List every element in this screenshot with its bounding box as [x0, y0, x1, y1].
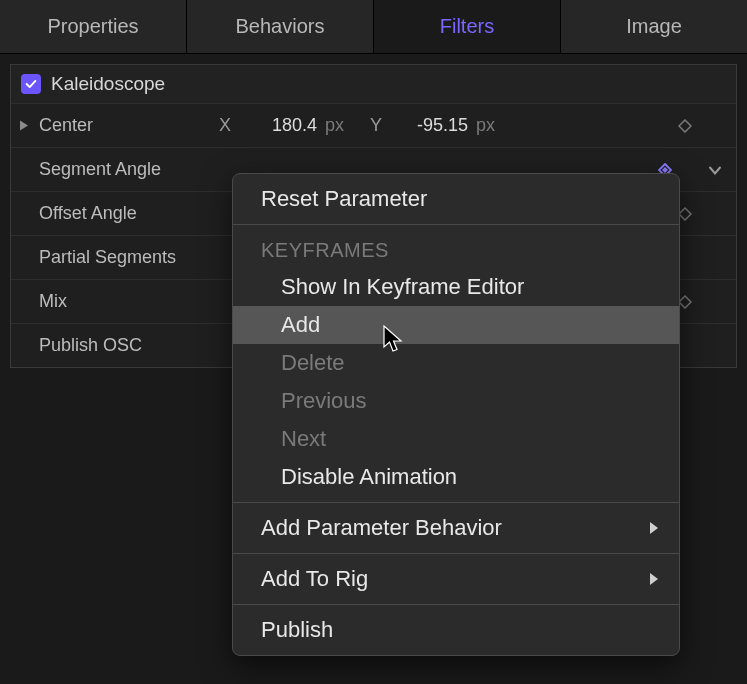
menu-disable-animation[interactable]: Disable Animation — [233, 458, 679, 496]
menu-separator — [233, 553, 679, 554]
menu-show-keyframe-editor[interactable]: Show In Keyframe Editor — [233, 268, 679, 306]
filter-enabled-checkbox[interactable] — [21, 74, 41, 94]
param-label: Offset Angle — [39, 203, 219, 224]
keyframe-icon[interactable] — [678, 119, 692, 133]
y-value[interactable]: -95.15 — [398, 115, 468, 136]
filter-title: Kaleidoscope — [51, 73, 165, 95]
menu-publish[interactable]: Publish — [233, 611, 679, 649]
param-label: Segment Angle — [39, 159, 219, 180]
param-label: Partial Segments — [39, 247, 219, 268]
param-label: Publish OSC — [39, 335, 219, 356]
animation-context-menu: Reset Parameter KEYFRAMES Show In Keyfra… — [232, 173, 680, 656]
checkmark-icon — [24, 77, 38, 91]
menu-next: Next — [233, 420, 679, 458]
submenu-arrow-icon — [649, 566, 659, 592]
keyframe-icon[interactable] — [678, 207, 692, 221]
tab-behaviors[interactable]: Behaviors — [187, 0, 374, 53]
param-row-center[interactable]: Center X 180.4 px Y -95.15 px — [11, 103, 736, 147]
keyframe-icon[interactable] — [678, 295, 692, 309]
x-axis-label: X — [219, 115, 239, 136]
menu-separator — [233, 224, 679, 225]
menu-delete: Delete — [233, 344, 679, 382]
menu-add-parameter-behavior[interactable]: Add Parameter Behavior — [233, 509, 679, 547]
y-axis-label: Y — [370, 115, 390, 136]
param-label: Center — [39, 115, 219, 136]
menu-previous: Previous — [233, 382, 679, 420]
disclosure-icon[interactable] — [19, 115, 29, 136]
center-xy: X 180.4 px Y -95.15 px — [219, 115, 513, 136]
menu-add[interactable]: Add — [233, 306, 679, 344]
menu-label: Add To Rig — [261, 566, 368, 591]
tab-filters[interactable]: Filters — [374, 0, 561, 53]
menu-label: Add Parameter Behavior — [261, 515, 502, 540]
tab-image[interactable]: Image — [561, 0, 747, 53]
menu-reset-parameter[interactable]: Reset Parameter — [233, 180, 679, 218]
x-value[interactable]: 180.4 — [247, 115, 317, 136]
inspector-tabs: Properties Behaviors Filters Image — [0, 0, 747, 54]
x-unit: px — [325, 115, 344, 136]
tab-properties[interactable]: Properties — [0, 0, 187, 53]
filter-header: Kaleidoscope — [11, 65, 736, 103]
menu-keyframes-header: KEYFRAMES — [233, 231, 679, 268]
param-label: Mix — [39, 291, 219, 312]
menu-separator — [233, 502, 679, 503]
submenu-arrow-icon — [649, 515, 659, 541]
y-unit: px — [476, 115, 495, 136]
chevron-down-icon[interactable] — [708, 159, 722, 180]
menu-add-to-rig[interactable]: Add To Rig — [233, 560, 679, 598]
menu-separator — [233, 604, 679, 605]
